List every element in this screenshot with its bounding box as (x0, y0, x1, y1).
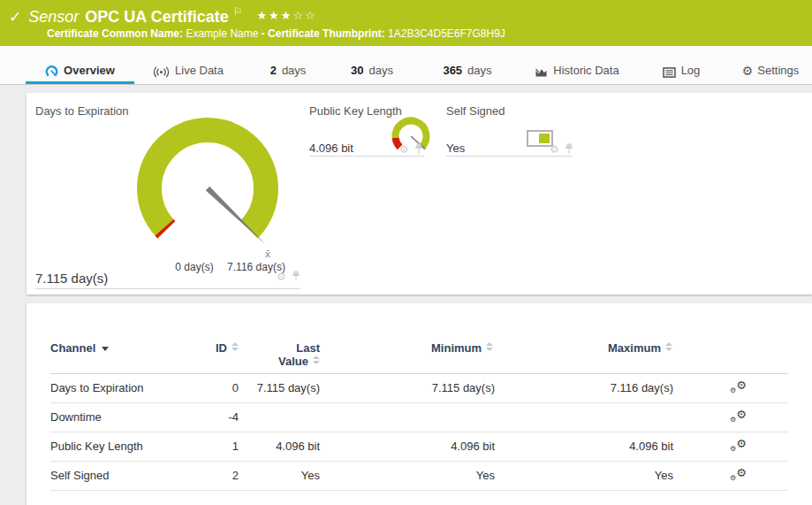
tab-live-data[interactable]: Live Data (148, 49, 228, 84)
tab-label: days (467, 64, 491, 77)
channel-id: 0 (183, 373, 239, 402)
channel-id: -4 (183, 402, 239, 432)
channels-table: Channel ID Last Value Minimum Maximum (50, 336, 788, 491)
channel-maximum: Yes (495, 461, 673, 490)
subtitle-separator: - (262, 27, 265, 40)
panel-title-self-signed: Self Signed (446, 104, 505, 118)
channel-name: Public Key Length (50, 432, 183, 461)
live-data-icon (153, 66, 170, 78)
channel-id: 1 (183, 432, 239, 461)
channel-name: Days to Expiration (50, 373, 183, 402)
column-header-maximum[interactable]: Maximum (495, 336, 673, 373)
sort-icon (231, 342, 239, 351)
tab-365-days[interactable]: 365 days (436, 49, 498, 84)
flag-icon[interactable]: ⚐ (233, 5, 243, 18)
channel-id: 2 (183, 461, 239, 490)
tab-historic-data[interactable]: Historic Data (530, 49, 624, 84)
gauge-average-marker: x̄ (265, 249, 271, 260)
tab-label: Settings (757, 64, 799, 77)
panel-pin-icon[interactable] (565, 143, 573, 155)
column-header-last-value[interactable]: Last Value (239, 336, 320, 373)
column-header-minimum[interactable]: Minimum (320, 336, 495, 373)
panel-divider (35, 288, 300, 289)
tab-number: 30 (351, 64, 363, 77)
gauge-min-label: 0 day(s) (175, 261, 213, 273)
tab-log[interactable]: Log (658, 49, 704, 84)
table-row[interactable]: Days to Expiration 0 7.115 day(s) 7.115 … (50, 373, 788, 402)
tab-2-days[interactable]: 2 days (263, 49, 313, 84)
channel-name: Downtime (50, 402, 183, 432)
panel-tools: ⚙ (277, 271, 300, 282)
settings-gear-icon: ⚙ (742, 65, 754, 77)
column-header-id[interactable]: ID (183, 336, 239, 373)
sensor-subtitle: Certificate Common Name: Example Name - … (47, 27, 505, 40)
table-row[interactable]: Public Key Length 1 4.096 bit 4.096 bit … (50, 432, 788, 461)
log-icon (663, 67, 676, 78)
thumbprint-value: 1A2B3C4D5E6F7G8H9J (388, 27, 505, 40)
tab-label: Log (681, 64, 701, 77)
panel-pin-icon[interactable] (414, 143, 423, 155)
priority-stars[interactable]: ★★★☆☆ (256, 9, 316, 22)
panel-tools: ⚙ (399, 143, 423, 155)
table-row[interactable]: Self Signed 2 Yes Yes Yes ⚙⚙ (50, 461, 788, 490)
status-ok-icon: ✓ (9, 8, 21, 26)
channel-minimum (320, 402, 495, 432)
channel-maximum: 7.116 day(s) (495, 373, 673, 402)
tab-number: 2 (270, 64, 277, 77)
tab-label: days (369, 64, 393, 77)
channel-settings-icon[interactable]: ⚙⚙ (730, 438, 747, 453)
prtg-sensor-page: ✓SensorOPC UA Certificate⚐★★★☆☆ Certific… (0, 0, 812, 505)
public-key-length-value: 4.096 bit (309, 142, 353, 155)
channel-minimum: 4.096 bit (320, 432, 495, 461)
panel-title-days-to-expiration: Days to Expiration (35, 104, 129, 118)
tab-label: days (282, 64, 306, 77)
channel-settings-icon[interactable]: ⚙⚙ (730, 409, 747, 424)
channel-last-value: 4.096 bit (239, 432, 320, 461)
tab-30-days[interactable]: 30 days (345, 49, 399, 84)
tab-number: 365 (443, 64, 462, 77)
table-header-row: Channel ID Last Value Minimum Maximum (50, 336, 788, 373)
switch-on-knob (539, 134, 550, 143)
active-tab-underline (26, 81, 134, 84)
sensor-title-row: ✓SensorOPC UA Certificate⚐★★★☆☆ (9, 5, 317, 27)
panel-tools: ⚙ (550, 143, 573, 155)
channel-settings-icon[interactable]: ⚙⚙ (730, 467, 747, 482)
panel-divider (309, 156, 424, 157)
page-title: OPC UA Certificate (85, 8, 228, 26)
sort-desc-icon (102, 347, 109, 351)
tab-settings[interactable]: ⚙ Settings (742, 49, 799, 84)
sort-icon (486, 342, 493, 351)
column-header-channel[interactable]: Channel (50, 336, 183, 373)
sort-icon (313, 356, 320, 364)
panel-pin-icon[interactable] (292, 271, 300, 282)
channels-card: Channel ID Last Value Minimum Maximum (27, 303, 812, 505)
thumbprint-label: Certificate Thumbprint: (268, 27, 385, 40)
table-row[interactable]: Downtime -4 ⚙⚙ (50, 402, 788, 432)
panel-gear-icon[interactable]: ⚙ (550, 144, 559, 155)
channel-maximum (495, 402, 673, 432)
sort-icon (665, 342, 672, 351)
sensor-header: ✓SensorOPC UA Certificate⚐★★★☆☆ Certific… (0, 0, 812, 46)
days-to-expiration-gauge: x̄ (119, 100, 296, 277)
tab-label: Overview (64, 64, 115, 77)
column-header-actions (673, 336, 788, 373)
tab-overview[interactable]: Overview (26, 49, 134, 84)
channel-maximum: 4.096 bit (495, 432, 673, 461)
tab-bar: Overview Live Data 2 days 30 days 365 da… (0, 46, 812, 85)
channel-name: Self Signed (50, 461, 183, 490)
self-signed-value: Yes (446, 142, 465, 155)
gauges-card: Days to Expiration x̄ 0 day(s) 7.116 day… (27, 93, 812, 295)
common-name-value: Example Name (186, 27, 258, 40)
days-to-expiration-value: 7.115 day(s) (35, 271, 108, 286)
panel-gear-icon[interactable]: ⚙ (399, 144, 409, 155)
panel-divider (446, 156, 573, 157)
gauge-error-tick (164, 227, 166, 230)
historic-chart-icon (535, 66, 548, 78)
channel-last-value: 7.115 day(s) (239, 373, 320, 402)
panel-gear-icon[interactable]: ⚙ (277, 272, 286, 282)
tab-label: Historic Data (553, 64, 618, 77)
tab-label: Live Data (175, 64, 224, 77)
gauge-icon (45, 65, 58, 78)
channel-settings-icon[interactable]: ⚙⚙ (730, 379, 747, 394)
common-name-label: Certificate Common Name: (47, 27, 183, 40)
